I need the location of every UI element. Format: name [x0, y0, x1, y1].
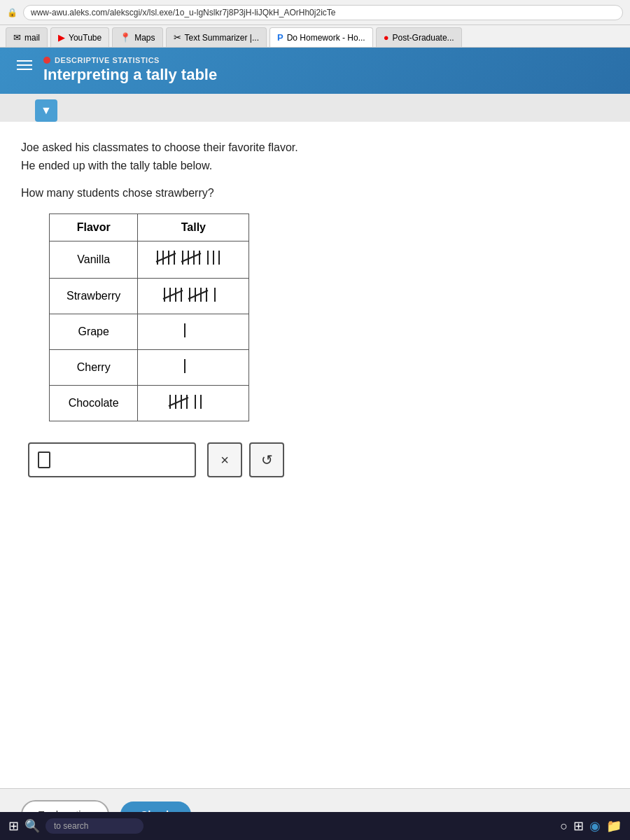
problem-area: Joe asked his classmates to choose their… [0, 122, 630, 788]
hamburger-line-1 [17, 60, 32, 62]
header-category: DESCRIPTIVE STATISTICS [43, 56, 217, 64]
taskbar: ⊞ 🔍 to search ○ ⊞ ◉ 📁 [0, 812, 630, 840]
taskbar-search-placeholder: to search [54, 821, 88, 831]
aleks-header: DESCRIPTIVE STATISTICS Interpreting a ta… [0, 48, 630, 94]
tally-marks-strawberry-svg [162, 286, 225, 304]
flavor-cherry: Cherry [50, 350, 138, 386]
tab-text-summarizer-label: Text Summarizer |... [185, 33, 259, 43]
flavor-grape: Grape [50, 314, 138, 350]
svg-line-17 [163, 290, 183, 299]
chevron-down-icon: ▼ [41, 104, 52, 117]
homework-icon: P [277, 32, 284, 43]
tally-table: Flavor Tally Vanilla [49, 214, 249, 421]
url-input[interactable]: www-awu.aleks.com/alekscgi/x/lsl.exe/1o_… [23, 5, 623, 20]
hamburger-line-3 [17, 69, 32, 70]
taskbar-grid-icon: ⊞ [573, 818, 584, 834]
tally-vanilla [138, 241, 249, 279]
col-flavor-header: Flavor [50, 214, 138, 241]
tab-do-homework-label: Do Homework - Ho... [287, 33, 365, 43]
taskbar-folder-icon[interactable]: 📁 [606, 818, 622, 834]
input-icon [38, 451, 50, 468]
taskbar-edge-icon[interactable]: ◉ [589, 818, 601, 834]
lock-icon: 🔒 [7, 8, 18, 18]
tally-cherry [138, 350, 249, 386]
header-text-block: DESCRIPTIVE STATISTICS Interpreting a ta… [43, 56, 217, 84]
tab-mail[interactable]: ✉ mail [6, 27, 48, 47]
taskbar-left: ⊞ 🔍 to search [8, 818, 144, 834]
tab-post-graduate-label: Post-Graduate... [393, 33, 454, 43]
chevron-down-button[interactable]: ▼ [35, 99, 57, 122]
tally-marks-cherry-svg [179, 357, 207, 375]
tab-mail-label: mail [24, 33, 40, 43]
svg-line-9 [181, 253, 201, 262]
mail-icon: ✉ [13, 32, 21, 43]
flavor-chocolate: Chocolate [50, 386, 138, 421]
header-title: Interpreting a tally table [43, 66, 217, 84]
answer-input-box[interactable] [28, 442, 196, 477]
tab-do-homework[interactable]: P Do Homework - Ho... [270, 27, 373, 47]
hamburger-menu[interactable] [14, 57, 35, 73]
tab-maps[interactable]: 📍 Maps [112, 27, 162, 47]
problem-description: Joe asked his classmates to choose their… [21, 139, 609, 174]
undo-icon: ↺ [261, 451, 273, 468]
table-row: Cherry [50, 350, 249, 386]
flavor-vanilla: Vanilla [50, 241, 138, 279]
tab-bar: ✉ mail ▶ YouTube 📍 Maps ✂ Text Summarize… [0, 25, 630, 48]
maps-icon: 📍 [120, 32, 131, 43]
svg-line-4 [156, 253, 176, 262]
undo-button[interactable]: ↺ [249, 442, 284, 477]
tab-text-summarizer[interactable]: ✂ Text Summarizer |... [166, 27, 267, 47]
answer-area: × ↺ [21, 442, 609, 477]
tab-maps-label: Maps [134, 33, 155, 43]
tally-marks-vanilla-svg [155, 248, 232, 267]
tally-strawberry [138, 279, 249, 314]
browser-url-bar: 🔒 www-awu.aleks.com/alekscgi/x/lsl.exe/1… [0, 0, 630, 25]
tab-post-graduate[interactable]: ● Post-Graduate... [376, 27, 462, 47]
url-text: www-awu.aleks.com/alekscgi/x/lsl.exe/1o_… [31, 8, 335, 18]
col-tally-header: Tally [138, 214, 249, 241]
svg-line-30 [169, 398, 188, 406]
taskbar-search-icon[interactable]: 🔍 [24, 818, 40, 834]
svg-line-22 [188, 290, 208, 299]
taskbar-circle-icon: ○ [560, 819, 568, 834]
youtube-icon: ▶ [58, 32, 65, 43]
tab-youtube-label: YouTube [69, 33, 102, 43]
text-summarizer-icon: ✂ [174, 32, 181, 43]
taskbar-right: ○ ⊞ ◉ 📁 [560, 818, 622, 834]
tally-marks-grape-svg [179, 321, 207, 340]
hamburger-line-2 [17, 64, 32, 66]
question-text: How many students chose strawberry? [21, 187, 609, 200]
tally-chocolate [138, 386, 249, 421]
tally-grape [138, 314, 249, 350]
table-row: Grape [50, 314, 249, 350]
table-row: Vanilla [50, 241, 249, 279]
answer-input[interactable] [53, 454, 186, 466]
clear-button[interactable]: × [207, 442, 242, 477]
flavor-strawberry: Strawberry [50, 279, 138, 314]
tab-youtube[interactable]: ▶ YouTube [50, 27, 109, 47]
windows-icon[interactable]: ⊞ [8, 818, 19, 834]
tally-marks-chocolate-svg [167, 393, 220, 411]
red-dot-icon [43, 57, 50, 64]
table-row: Chocolate [50, 386, 249, 421]
table-row: Strawberry [50, 279, 249, 314]
main-content: DESCRIPTIVE STATISTICS Interpreting a ta… [0, 48, 630, 840]
taskbar-search-bar[interactable]: to search [46, 818, 144, 834]
post-graduate-icon: ● [384, 32, 389, 43]
answer-buttons: × ↺ [207, 442, 284, 477]
x-icon: × [220, 452, 229, 468]
